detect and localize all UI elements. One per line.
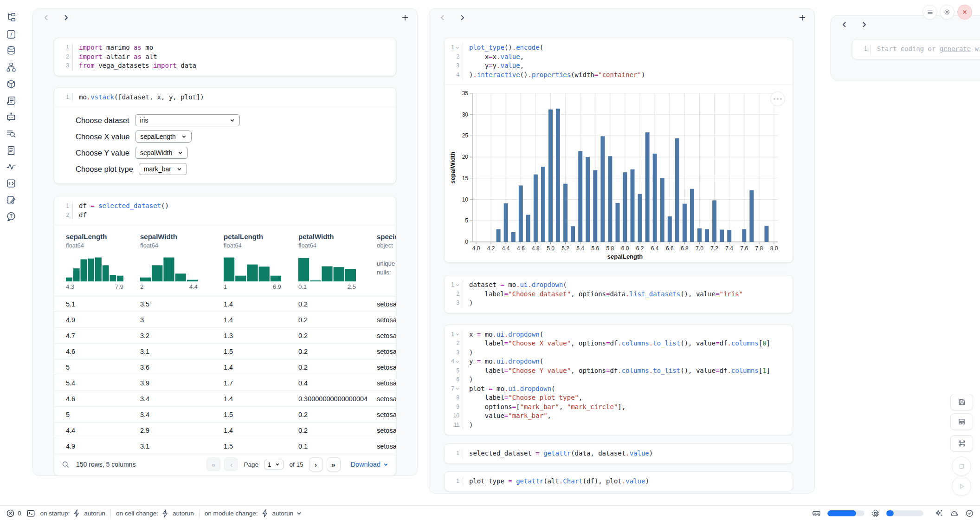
code-line[interactable]: 1selected_dataset = getattr(data, datase… xyxy=(445,449,793,458)
chart-actions-button[interactable] xyxy=(770,91,785,106)
page-select[interactable]: 1 xyxy=(264,460,284,469)
table-row[interactable]: 5.13.51.40.2setosa xyxy=(54,296,396,312)
cell-xy-plot-dropdowns[interactable]: 1x = mo.ui.dropdown(2 label="Choose X va… xyxy=(444,325,793,436)
chat-bot-icon[interactable] xyxy=(6,112,16,122)
code-line[interactable]: 1mo.vstack([dataset, x, y, plot]) xyxy=(54,93,396,102)
code-line[interactable]: 4y = mo.ui.dropdown( xyxy=(445,357,793,366)
chevron-right-icon[interactable] xyxy=(459,14,465,21)
check-circle-icon[interactable] xyxy=(965,509,974,518)
generate-with-ai-link[interactable]: generate xyxy=(940,45,971,52)
table-column-header[interactable]: petalWidthfloat640.12.5 xyxy=(298,233,377,290)
on-cell-change-setting[interactable]: on cell change: autorun xyxy=(116,509,194,518)
table-row[interactable]: 4.93.11.50.1setosa xyxy=(54,438,396,454)
empty-code-cell[interactable]: 1 Start coding or generate with xyxy=(852,39,980,59)
code-line[interactable]: 1plot_type = getattr(alt.Chart(df), plot… xyxy=(445,477,793,486)
chevron-right-icon[interactable] xyxy=(63,14,69,21)
cell-imports[interactable]: 1import marimo as mo2import altair as al… xyxy=(54,38,396,76)
stop-button[interactable] xyxy=(952,456,971,476)
table-column-header[interactable]: sepalWidthfloat6424.4 xyxy=(140,233,224,290)
on-module-change-setting[interactable]: on module change: autorun xyxy=(205,509,303,518)
download-button[interactable]: Download xyxy=(351,461,389,468)
code-line[interactable]: 2 label="Choose X value", options=df.col… xyxy=(445,339,793,348)
code-line[interactable]: 4).interactive().properties(width="conta… xyxy=(445,71,793,80)
errors-indicator[interactable]: 0 xyxy=(6,509,21,518)
altair-bar-chart[interactable]: 4.04.24.44.64.85.05.25.45.65.86.06.26.46… xyxy=(448,89,790,261)
chevron-left-icon[interactable] xyxy=(43,14,50,21)
code-line[interactable]: 5 label="Choose Y value", options=df.col… xyxy=(445,366,793,376)
table-row[interactable]: 53.41.50.2setosa xyxy=(54,406,396,422)
code-line[interactable]: 1plot_type().encode( xyxy=(445,43,793,52)
dropdown-select[interactable]: sepalLength xyxy=(135,130,192,143)
code-line[interactable]: 3) xyxy=(445,348,793,358)
dependency-graph-icon[interactable] xyxy=(6,62,16,72)
layout-button[interactable] xyxy=(950,413,973,430)
code-line[interactable]: 9 options=["mark_bar", "mark_circle"], xyxy=(445,403,793,412)
dropdown-select[interactable]: sepalWidth xyxy=(135,147,188,159)
code-line[interactable]: 3from vega_datasets import data xyxy=(54,61,396,71)
code-line[interactable]: 7plot = mo.ui.dropdown( xyxy=(445,384,793,394)
packages-icon[interactable] xyxy=(6,79,16,89)
code-line[interactable]: 2 x=x.value, xyxy=(445,52,793,62)
code-line[interactable]: 2import altair as alt xyxy=(54,52,396,62)
cell-selected-dataset[interactable]: 1selected_dataset = getattr(data, datase… xyxy=(444,443,793,464)
code-line[interactable]: 11) xyxy=(445,421,793,430)
table-row[interactable]: 4.73.21.30.2setosa xyxy=(54,327,396,343)
cell-dataframe[interactable]: 1df = selected_dataset()2df sepalLengthf… xyxy=(54,196,396,476)
cell-plot-type[interactable]: 1plot_type = getattr(alt.Chart(df), plot… xyxy=(444,471,793,492)
menu-button[interactable] xyxy=(922,5,937,20)
chevron-left-icon[interactable] xyxy=(439,14,446,21)
code-line[interactable]: 3 y=y.value, xyxy=(445,61,793,71)
add-cell-icon[interactable] xyxy=(401,14,409,21)
snippets-icon[interactable] xyxy=(6,178,16,189)
table-column-header[interactable]: speciesobjectuniquenulls: xyxy=(377,233,396,290)
code-line[interactable]: 8 label="Choose plot type", xyxy=(445,393,793,403)
table-row[interactable]: 53.61.40.2setosa xyxy=(54,359,396,375)
scratchpad-icon[interactable] xyxy=(6,195,16,205)
table-row[interactable]: 4.63.41.40.30000000000000004setosa xyxy=(54,391,396,406)
table-column-header[interactable]: sepalLengthfloat644.37.9 xyxy=(66,233,140,290)
scripts-icon[interactable] xyxy=(6,96,16,106)
next-page-button[interactable]: › xyxy=(309,457,323,471)
settings-button[interactable] xyxy=(940,5,954,20)
save-button[interactable] xyxy=(950,394,973,410)
chevron-right-icon[interactable] xyxy=(861,21,867,28)
terminal-button[interactable] xyxy=(26,509,35,518)
last-page-button[interactable]: » xyxy=(327,457,341,471)
code-line[interactable]: 1import marimo as mo xyxy=(54,43,396,52)
code-line[interactable]: 1dataset = mo.ui.dropdown( xyxy=(445,280,793,290)
documentation-icon[interactable] xyxy=(6,145,16,156)
keyboard-shortcuts-button[interactable] xyxy=(950,435,973,452)
logs-icon[interactable] xyxy=(6,129,16,139)
table-row[interactable]: 4.931.40.2setosa xyxy=(54,312,396,327)
cell-plot[interactable]: 1plot_type().encode(2 x=x.value,3 y=y.va… xyxy=(444,38,793,263)
run-button[interactable] xyxy=(952,476,971,496)
code-line[interactable]: 1df = selected_dataset() xyxy=(54,202,396,211)
database-icon[interactable] xyxy=(6,46,16,56)
code-line[interactable]: 3) xyxy=(445,299,793,308)
table-row[interactable]: 4.63.11.50.2setosa xyxy=(54,343,396,359)
cell-dataset-dropdown[interactable]: 1dataset = mo.ui.dropdown(2 label="Choos… xyxy=(444,275,793,313)
dropdown-select[interactable]: mark_bar xyxy=(139,163,187,175)
code-line[interactable]: 2 label="Choose dataset", options=data.l… xyxy=(445,290,793,299)
code-line[interactable]: 6) xyxy=(445,375,793,384)
code-line[interactable]: 10 value="mark_bar", xyxy=(445,411,793,421)
shutdown-button[interactable] xyxy=(957,5,972,20)
code-placeholder[interactable]: Start coding or generate with xyxy=(871,45,980,54)
runtime-activity-icon[interactable] xyxy=(6,162,16,172)
assistant-icon[interactable] xyxy=(950,509,959,518)
first-page-button[interactable]: « xyxy=(206,457,220,471)
file-tree-icon[interactable] xyxy=(6,13,16,23)
table-column-header[interactable]: petalLengthfloat6416.9 xyxy=(224,233,298,290)
table-row[interactable]: 4.42.91.40.2setosa xyxy=(54,422,396,438)
chevron-left-icon[interactable] xyxy=(841,21,848,28)
search-icon[interactable] xyxy=(62,461,70,469)
code-line[interactable]: 1x = mo.ui.dropdown( xyxy=(445,330,793,339)
code-line[interactable]: 2df xyxy=(54,211,396,220)
cell-vstack[interactable]: 1mo.vstack([dataset, x, y, plot]) Choose… xyxy=(54,87,396,184)
sparkles-icon[interactable] xyxy=(935,509,943,518)
help-icon[interactable]: ? xyxy=(6,211,16,221)
on-startup-setting[interactable]: on startup: autorun xyxy=(40,509,106,518)
functions-icon[interactable]: f xyxy=(6,29,16,39)
dropdown-select[interactable]: iris xyxy=(135,114,240,126)
add-cell-icon[interactable] xyxy=(799,14,806,21)
